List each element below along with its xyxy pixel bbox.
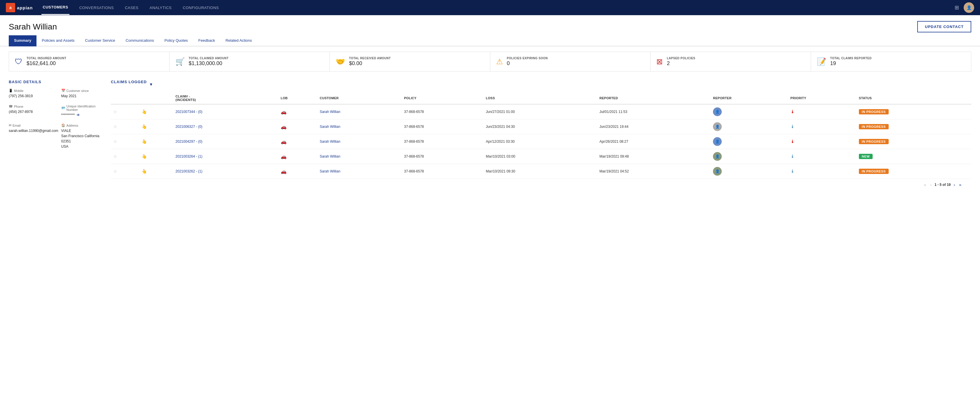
hand-icon[interactable]: 👆: [142, 109, 147, 114]
reporter-cell: 👤: [711, 149, 788, 164]
last-page-btn[interactable]: »: [958, 182, 963, 187]
shield-icon: 🛡: [15, 57, 22, 66]
hand-icon[interactable]: 👆: [142, 154, 147, 159]
warning-icon: ⚠: [496, 57, 503, 66]
reporter-avatar: 👤: [713, 137, 722, 146]
app-logo[interactable]: a appian: [6, 3, 33, 12]
star-cell[interactable]: ☆: [111, 149, 139, 164]
filter-icon[interactable]: ▼: [149, 82, 153, 87]
customer-since-value: May 2021: [61, 94, 102, 98]
stat-value: $0.00: [349, 60, 391, 67]
action-cell[interactable]: 👆: [139, 149, 173, 164]
id-icon: 🪪: [61, 106, 65, 110]
star-cell[interactable]: ☆: [111, 119, 139, 134]
star-cell[interactable]: ☆: [111, 104, 139, 119]
col-reporter: REPORTER: [711, 92, 788, 104]
claim-link[interactable]: 2021006327 - (0): [175, 125, 202, 129]
reporter-cell: 👤: [711, 104, 788, 119]
claim-link[interactable]: 2021007344 - (0): [175, 110, 202, 114]
detail-customer-since: 📅 Customer since May 2021: [61, 89, 102, 98]
claim-link[interactable]: 2021003264 - (1): [175, 154, 202, 159]
handshake-icon: 🤝: [336, 57, 345, 66]
nav-cases[interactable]: CASES: [124, 1, 140, 14]
star-icon[interactable]: ☆: [113, 169, 117, 174]
eye-icon[interactable]: 👁: [76, 113, 80, 117]
email-icon: ✉: [9, 124, 11, 127]
customer-since-label: 📅 Customer since: [61, 89, 102, 92]
next-page-btn[interactable]: ›: [953, 182, 956, 187]
stat-info: TOTAL INSURED AMOUNT $162,641.00: [27, 57, 66, 67]
status-cell: NEW: [857, 149, 971, 164]
tab-policies-assets[interactable]: Policies and Assets: [37, 35, 80, 46]
loss-cell: Jun/23/2021 04:30: [484, 119, 597, 134]
lob-cell: 🚗: [278, 134, 318, 149]
nav-configurations[interactable]: CONFIGURATIONS: [181, 1, 220, 14]
email-label: ✉ Email: [9, 124, 58, 127]
claim-link[interactable]: 2021004297 - (0): [175, 140, 202, 144]
hand-icon[interactable]: 👆: [142, 139, 147, 144]
stat-label: POLICIES EXPIRING SOON: [507, 57, 548, 60]
reporter-cell: 👤: [711, 134, 788, 149]
grid-icon[interactable]: ⊞: [955, 5, 959, 11]
hand-icon[interactable]: 👆: [142, 169, 147, 174]
app-name: appian: [17, 5, 33, 10]
col-status: STATUS: [857, 92, 971, 104]
lob-cell: 🚗: [278, 104, 318, 119]
stat-info: TOTAL RECEIVED AMOUNT $0.00: [349, 57, 391, 67]
tab-summary[interactable]: Summary: [9, 35, 37, 46]
tab-customer-service[interactable]: Customer Service: [80, 35, 120, 46]
basic-details-section: BASIC DETAILS 📱 Mobile (797) 256-3819 📅 …: [9, 80, 102, 191]
loss-cell: Apr/12/2021 03:30: [484, 134, 597, 149]
action-cell[interactable]: 👆: [139, 164, 173, 179]
star-cell[interactable]: ☆: [111, 164, 139, 179]
table-row: ☆ 👆 2021007344 - (0) 🚗 Sarah Willian 37-…: [111, 104, 971, 119]
car-icon: 🚗: [281, 169, 286, 174]
nav-customers[interactable]: CUSTOMERS: [41, 0, 69, 15]
stats-row: 🛡 TOTAL INSURED AMOUNT $162,641.00 🛒 TOT…: [0, 46, 980, 77]
reporter-avatar: 👤: [713, 167, 722, 176]
status-cell: IN PROGRESS: [857, 164, 971, 179]
tab-policy-quotes[interactable]: Policy Quotes: [159, 35, 193, 46]
lob-cell: 🚗: [278, 149, 318, 164]
detail-email: ✉ Email sarah.willian.11990@gmail.com: [9, 124, 58, 149]
action-cell[interactable]: 👆: [139, 104, 173, 119]
update-contact-button[interactable]: UPDATE CONTACT: [917, 21, 971, 32]
customer-link[interactable]: Sarah Willian: [320, 154, 340, 159]
stat-total-claims-reported: 📝 TOTAL CLAIMS REPORTED 19: [811, 52, 972, 71]
tab-communications[interactable]: Communications: [121, 35, 159, 46]
basic-details-title: BASIC DETAILS: [9, 80, 102, 84]
detail-uid: 🪪 Unique Identification Number *********…: [61, 105, 102, 118]
stat-info: TOTAL CLAIMED AMOUNT $1,130,000.00: [189, 57, 229, 67]
star-icon[interactable]: ☆: [113, 154, 117, 159]
action-cell[interactable]: 👆: [139, 119, 173, 134]
reporter-cell: 👤: [711, 164, 788, 179]
claim-num-cell: 2021003262 - (1): [173, 164, 278, 179]
uid-label: 🪪 Unique Identification Number: [61, 105, 102, 111]
reported-cell: Mar/19/2021 09:48: [597, 149, 711, 164]
priority-hot-icon: 🌡: [790, 109, 795, 114]
user-avatar[interactable]: 👤: [964, 2, 974, 13]
stat-lapsed-policies: ⊠ LAPSED POLICIES 2: [651, 52, 811, 71]
star-icon[interactable]: ☆: [113, 109, 117, 114]
customer-link[interactable]: Sarah Willian: [320, 125, 340, 129]
customer-link[interactable]: Sarah Willian: [320, 110, 340, 114]
tab-related-actions[interactable]: Related Actions: [220, 35, 257, 46]
action-cell[interactable]: 👆: [139, 134, 173, 149]
star-icon[interactable]: ☆: [113, 139, 117, 144]
nav-analytics[interactable]: ANALYTICS: [148, 1, 173, 14]
first-page-btn[interactable]: «: [923, 182, 928, 187]
claim-link[interactable]: 2021003262 - (1): [175, 169, 202, 173]
customer-cell: Sarah Willian: [317, 164, 402, 179]
star-icon[interactable]: ☆: [113, 124, 117, 129]
loss-cell: Jun/27/2021 01:00: [484, 104, 597, 119]
loss-cell: Mar/10/2021 09:30: [484, 164, 597, 179]
prev-page-btn[interactable]: ‹: [929, 182, 933, 187]
tab-feedback[interactable]: Feedback: [193, 35, 220, 46]
claims-header: CLAIMS LOGGED ▼: [111, 80, 971, 89]
customer-link[interactable]: Sarah Willian: [320, 169, 340, 173]
star-cell[interactable]: ☆: [111, 134, 139, 149]
hand-icon[interactable]: 👆: [142, 124, 147, 129]
status-badge: NEW: [859, 154, 873, 159]
customer-link[interactable]: Sarah Willian: [320, 140, 340, 144]
nav-conversations[interactable]: CONVERSATIONS: [78, 1, 115, 14]
